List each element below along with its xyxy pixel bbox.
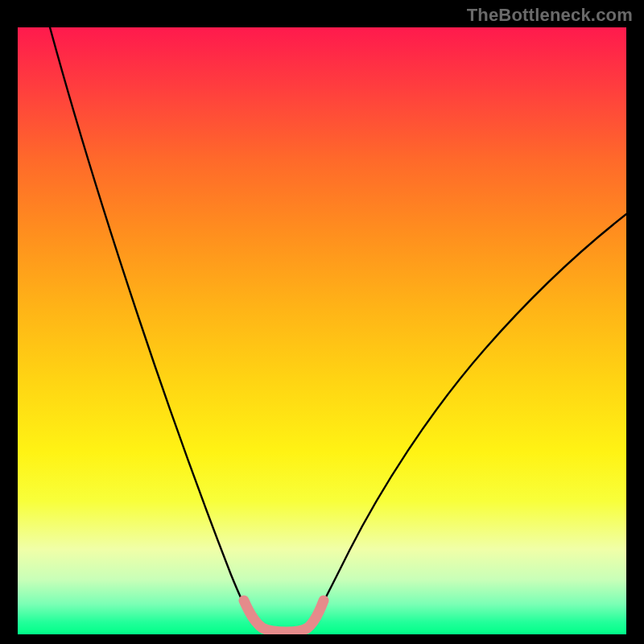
plot-area xyxy=(18,27,626,634)
pink-valley-path xyxy=(244,601,324,632)
watermark-text: TheBottleneck.com xyxy=(467,5,633,26)
black-curve-right-path xyxy=(314,214,626,620)
chart-frame: TheBottleneck.com xyxy=(0,0,644,644)
curve-svg xyxy=(18,27,626,634)
black-curve-left-path xyxy=(50,27,253,620)
